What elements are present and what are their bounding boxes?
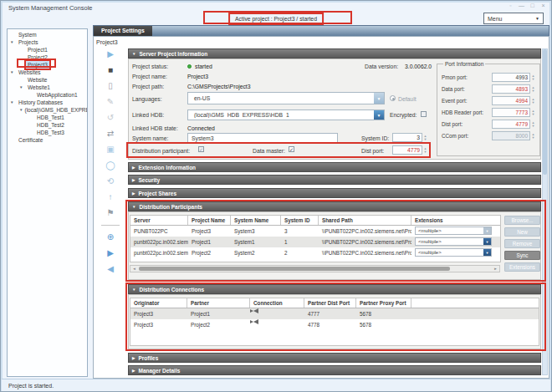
tree-item[interactable]: ▼ History Databases xyxy=(8,99,87,106)
section-header-distribution-participants[interactable]: ▼ Distribution Participants xyxy=(128,201,541,211)
column-header[interactable]: Server xyxy=(130,216,188,225)
start-project-icon[interactable]: ▶ xyxy=(107,49,114,59)
extensions-combobox[interactable]: <multiple> ▼ xyxy=(415,227,492,235)
close-button[interactable]: × xyxy=(539,3,547,8)
default-language-radio[interactable] xyxy=(390,95,396,101)
column-header[interactable]: Partner xyxy=(187,298,250,308)
port-field-value[interactable]: 8000 xyxy=(492,131,530,140)
port-field-value[interactable]: 4779 xyxy=(492,120,530,129)
minimize-button[interactable]: — xyxy=(518,3,525,8)
menu-dropdown[interactable]: Menu ▼ xyxy=(483,13,544,24)
section-header-security[interactable]: ▶ Security xyxy=(128,175,541,185)
tree-item[interactable]: ▼ (local)\GMS_HDB_EXPRESS xyxy=(8,106,87,114)
extensions-button[interactable]: Extensions xyxy=(504,262,540,272)
dist-port-value[interactable]: 4779 xyxy=(392,145,422,155)
data-master-checkbox[interactable]: ✓ xyxy=(289,146,294,152)
restore-project-icon[interactable]: ↺ xyxy=(107,113,114,123)
sync-button[interactable]: Sync xyxy=(504,251,540,260)
table-row[interactable]: Project3 Project1 4777 5678 xyxy=(130,308,539,319)
expander-icon[interactable]: ▼ xyxy=(10,38,17,46)
tree-item[interactable]: HDB_Test1 xyxy=(8,114,87,121)
port-field-value[interactable]: 4893 xyxy=(492,84,530,94)
new-project-icon[interactable]: ▯ xyxy=(108,81,113,91)
stop-project-icon[interactable]: ■ xyxy=(108,65,113,75)
stepper-arrows-icon[interactable]: ▲▼ xyxy=(530,109,536,116)
section-header-extension-information[interactable]: ▶ Extension Information xyxy=(128,162,541,172)
expander-icon[interactable]: ▼ xyxy=(19,84,26,91)
stepper-arrows-icon[interactable]: ▲▼ xyxy=(530,121,536,128)
table-row[interactable]: PUNBT022PC Project3 System3 3 \\PUNBT022… xyxy=(130,226,500,237)
section-header-distribution-connections[interactable]: ▼ Distribution Connections xyxy=(128,284,541,294)
tree-item[interactable]: Project3 xyxy=(8,61,87,69)
dropdown-arrow-icon[interactable]: ▼ xyxy=(374,93,384,104)
expander-icon[interactable]: ▼ xyxy=(10,69,17,76)
system-name-input[interactable]: System3 xyxy=(187,133,338,143)
column-header[interactable]: Project Name xyxy=(188,216,231,225)
stepper-arrows-icon[interactable]: ▲▼ xyxy=(530,74,536,81)
stepper-arrows-icon[interactable]: ▲▼ xyxy=(530,86,536,93)
add-connection-icon[interactable]: ⊕ xyxy=(107,232,114,242)
tree-item[interactable]: WebApplication1 xyxy=(8,91,87,99)
stepper-arrows-icon[interactable]: ▲▼ xyxy=(422,147,428,154)
column-header[interactable]: Connection xyxy=(250,298,304,308)
tree-item[interactable]: ▼ Websites xyxy=(8,69,87,76)
stepper-arrows-icon[interactable]: ▲▼ xyxy=(422,135,428,141)
section-header-manager-details[interactable]: ▶ Manager Details xyxy=(128,365,541,375)
tree-item[interactable]: ▼ Projects xyxy=(8,38,87,46)
tree-item[interactable]: Website xyxy=(8,76,87,84)
scrollbar-thumb[interactable] xyxy=(139,267,450,271)
stepper-arrows-icon[interactable]: ▲▼ xyxy=(530,133,536,140)
tree-item[interactable]: System xyxy=(8,31,87,38)
dist-port-stepper[interactable]: 4779 ▲▼ xyxy=(392,145,428,155)
column-header[interactable]: Extensions xyxy=(411,216,500,225)
section-header-project-shares[interactable]: ▶ Project Shares xyxy=(128,188,541,198)
system-id-stepper[interactable]: 3 ▲▼ xyxy=(392,133,428,142)
toolbar-divider[interactable] xyxy=(101,225,120,226)
section-header-server-project-information[interactable]: ▼ Server Project Information xyxy=(128,48,541,59)
column-header[interactable]: Partner Dist Port xyxy=(304,298,356,308)
edit-project-icon[interactable]: ✎ xyxy=(107,97,114,107)
dropdown-arrow-icon[interactable]: ▼ xyxy=(483,227,491,234)
column-header[interactable]: Shared Path xyxy=(319,216,411,225)
deactivate-icon[interactable]: ◀ xyxy=(107,264,114,274)
expander-icon[interactable]: ▼ xyxy=(10,99,17,106)
port-field-value[interactable]: 4993 xyxy=(492,73,530,82)
column-header[interactable]: Partner Proxy Port xyxy=(356,298,411,308)
linked-hdb-dropdown[interactable]: (local)\GMS_HDB_EXPRESS\HDB_1 ▼ xyxy=(187,109,385,120)
dropdown-arrow-icon[interactable]: ▼ xyxy=(483,238,491,245)
tree-item[interactable]: Certificate xyxy=(8,136,87,144)
port-field-value[interactable]: 7773 xyxy=(492,108,530,117)
restore-user-icon[interactable]: ⟲ xyxy=(107,176,114,186)
new-button[interactable]: New xyxy=(504,227,540,237)
encrypted-checkbox[interactable] xyxy=(421,111,427,117)
browse-button[interactable]: Browse... xyxy=(504,216,540,225)
save-project-icon[interactable]: ▣ xyxy=(106,145,114,155)
table-row[interactable]: punbt022pc.in002.siemens.net Project2 Sy… xyxy=(130,247,500,258)
stepper-arrows-icon[interactable]: ▲▼ xyxy=(530,98,536,104)
scroll-right-icon[interactable]: ► xyxy=(492,267,499,271)
activate-icon[interactable]: ▶ xyxy=(107,248,114,258)
system-id-value[interactable]: 3 xyxy=(392,133,422,142)
tree-item[interactable]: HDB_Test2 xyxy=(8,121,87,129)
tab-project-settings[interactable]: Project Settings xyxy=(94,26,152,36)
languages-dropdown[interactable]: en-US ▼ xyxy=(187,92,385,104)
upgrade-project-icon[interactable]: ⇄ xyxy=(107,129,114,139)
port-field-value[interactable]: 4994 xyxy=(492,96,530,105)
column-header[interactable]: System ID xyxy=(281,216,319,225)
extensions-combobox[interactable]: <multiple> ▼ xyxy=(415,237,492,246)
scroll-left-icon[interactable]: ◄ xyxy=(130,267,138,271)
section-header-profiles[interactable]: ▶ Profiles xyxy=(128,353,541,363)
tree-item[interactable]: HDB_Test3 xyxy=(8,129,87,136)
dropdown-arrow-icon[interactable]: ▼ xyxy=(483,249,491,256)
column-header[interactable]: System Name xyxy=(231,216,281,225)
extensions-combobox[interactable]: <multiple> ▼ xyxy=(415,248,492,257)
pmon-console-icon[interactable]: ◯ xyxy=(105,160,115,171)
table-row[interactable]: punbt022pc.in002.siemens.net Project1 Sy… xyxy=(130,237,500,247)
scrollbar-thumb[interactable] xyxy=(543,49,547,175)
participants-h-scrollbar[interactable]: ◄ ► xyxy=(130,265,500,272)
tree-item[interactable]: Project1 xyxy=(8,46,87,53)
column-header[interactable]: Originator xyxy=(130,298,187,308)
tree-item[interactable]: Project2 xyxy=(8,53,87,61)
tree-item[interactable]: ▼ Website1 xyxy=(8,84,87,91)
table-row[interactable]: Project3 Project2 4778 5678 xyxy=(130,319,539,330)
